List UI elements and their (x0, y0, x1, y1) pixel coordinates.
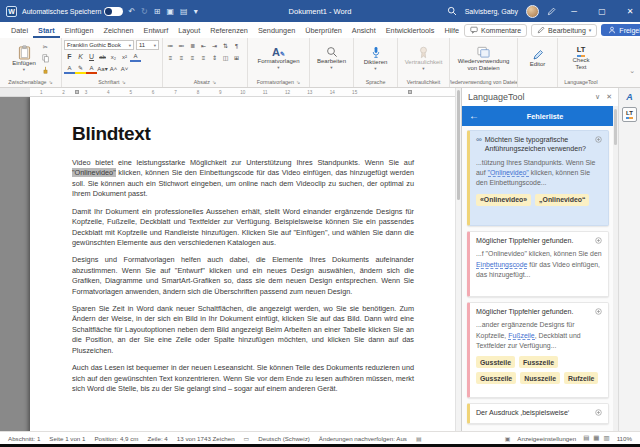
reading-position-icon[interactable]: ▤ (416, 435, 422, 442)
pilcrow-button[interactable]: ¶ (231, 40, 242, 51)
strikethrough-button[interactable]: ab (97, 51, 108, 62)
user-name[interactable]: Salvisberg, Gaby (465, 8, 518, 15)
indent-marker-right[interactable] (408, 90, 412, 94)
scrollbar-thumb[interactable] (614, 109, 617, 145)
increase-indent-button[interactable]: ⇥ (209, 40, 220, 51)
text-highlight-style-button[interactable]: A (64, 63, 75, 74)
open-icon[interactable]: ▤ (180, 7, 188, 16)
dialog-launcher-icon[interactable]: ⇘ (49, 79, 53, 85)
suggestion-chip[interactable]: «Onlinevideo» (476, 194, 531, 206)
maximize-button[interactable]: ▢ (592, 0, 612, 22)
superscript-button[interactable]: x² (119, 51, 130, 62)
tab-datei[interactable]: Datei (6, 22, 33, 38)
editor-addin-icon[interactable]: A (626, 92, 633, 102)
tab-start[interactable]: Start (33, 22, 60, 38)
status-page[interactable]: Seite 1 von 1 (49, 435, 85, 442)
tab-entwurf[interactable]: Entwurf (139, 22, 174, 38)
editing-button[interactable]: Bearbeiten ▾ (315, 46, 348, 70)
align-right-button[interactable]: ≡ (187, 52, 198, 63)
tab-hilfe[interactable]: Hilfe (439, 22, 464, 38)
undo-icon[interactable]: ↶ (128, 7, 135, 16)
suggestion-chip[interactable]: Gusszeile (476, 372, 516, 384)
shrink-font-button[interactable]: A˅ (119, 63, 130, 74)
print-layout-icon[interactable]: ▦ (593, 434, 599, 442)
suggestion-chip[interactable]: Nusszeile (520, 372, 560, 384)
text-effects-button[interactable]: A (130, 51, 141, 62)
share-button[interactable]: Freigeben ▾ (601, 24, 640, 36)
cut-button[interactable]: ✂ (40, 41, 51, 52)
paste-button[interactable]: Einfügen ▾ (10, 45, 38, 72)
back-arrow-icon[interactable]: ← (469, 111, 479, 121)
suggestion-chip[interactable]: Rufzeile (564, 372, 598, 384)
status-chars[interactable]: 13 von 1743 Zeichen (177, 435, 235, 442)
reuse-files-button[interactable]: Wiederverwendung von Dateien (456, 46, 512, 72)
autosave-toggle[interactable] (104, 7, 123, 16)
suggestion-chip[interactable]: Fusszeile (519, 356, 558, 368)
qat-customize-icon[interactable]: ▾ (194, 7, 198, 16)
web-layout-icon[interactable]: ▥ (603, 434, 609, 442)
italic-button[interactable]: K (75, 51, 86, 62)
tab-sendungen[interactable]: Sendungen (253, 22, 300, 38)
dictate-button[interactable]: Diktieren ▾ (362, 46, 390, 71)
error-card-typo-2[interactable]: Möglicher Tippfehler gefunden. ...ander … (467, 302, 609, 398)
shading-button[interactable]: ◫ (220, 52, 231, 63)
close-button[interactable]: ✕ (620, 0, 640, 22)
collapse-ribbon-icon[interactable]: ⌄ (629, 67, 635, 75)
scrollbar-thumb[interactable] (457, 90, 460, 200)
matched-text[interactable]: "Onlinevideo" (488, 169, 529, 177)
tab-einfuegen[interactable]: Einfügen (60, 22, 99, 38)
add-to-dictionary-icon[interactable] (595, 237, 602, 244)
tab-ueberpruefen[interactable]: Überprüfen (300, 22, 347, 38)
card-options-icon[interactable] (595, 136, 602, 143)
tab-zeichnen[interactable]: Zeichnen (98, 22, 138, 38)
search-icon[interactable] (447, 6, 457, 16)
status-track-changes[interactable]: Änderungen nachverfolgen: Aus (319, 435, 407, 442)
autosave-control[interactable]: Automatisches Speichern (22, 7, 123, 16)
ink-icon[interactable] (547, 7, 556, 16)
document-page[interactable]: Blindtext Video bietet eine leistungssta… (30, 97, 455, 431)
highlight-color-button[interactable]: ✎ (75, 63, 86, 74)
status-section[interactable]: Abschnitt: 1 (8, 435, 40, 442)
save-icon[interactable]: ▣ (167, 7, 175, 16)
dialog-launcher-icon[interactable]: ⇘ (296, 79, 300, 85)
status-line[interactable]: Zeile: 4 (148, 435, 168, 442)
tab-ansicht[interactable]: Ansicht (347, 22, 381, 38)
panel-close-icon[interactable]: ✕ (606, 93, 612, 101)
macro-record-icon[interactable]: ▭ (244, 435, 250, 442)
word-app-icon[interactable]: W (6, 6, 17, 17)
editing-mode-button[interactable]: Bearbeitung ▾ (531, 24, 597, 37)
indent-marker-left[interactable] (75, 90, 79, 94)
comments-button[interactable]: Kommentare (464, 24, 527, 37)
font-color-button[interactable]: A (86, 63, 97, 74)
editor-button[interactable]: Editor (528, 49, 548, 68)
display-settings-label[interactable]: Anzeigeeinstellungen (517, 435, 576, 442)
grow-font-button[interactable]: A˄ (108, 63, 119, 74)
styles-button[interactable]: A✎ Formatvorlagen ▾ (255, 47, 301, 70)
dialog-launcher-icon[interactable]: ⇘ (122, 79, 126, 85)
add-to-dictionary-icon[interactable] (595, 308, 602, 315)
tab-entwicklertools[interactable]: Entwicklertools (381, 22, 440, 38)
sensitivity-button[interactable]: Vertraulichkeit ▾ (403, 46, 445, 71)
error-card-typographic-quotes[interactable]: ∞ Möchten Sie typografische Anführungsze… (467, 130, 609, 226)
tab-layout[interactable]: Layout (173, 22, 205, 38)
sort-button[interactable]: ⇅ (220, 40, 231, 51)
avatar[interactable] (526, 5, 539, 18)
bullets-button[interactable]: ≔ (165, 40, 176, 51)
dialog-launcher-icon[interactable]: ⇘ (212, 79, 216, 85)
read-mode-icon[interactable]: ▤ (583, 434, 589, 442)
languagetool-addin-button[interactable]: LT (622, 107, 637, 122)
font-name-select[interactable]: Franklin Gothic Book▾ (64, 40, 134, 50)
copy-button[interactable] (40, 53, 51, 64)
zoom-level[interactable]: 110% (617, 435, 632, 442)
minimize-button[interactable]: ─ (564, 0, 584, 22)
redo-icon[interactable]: ↻ (141, 7, 148, 16)
selected-text[interactable]: "Onlinevideo" (72, 168, 116, 177)
suggestion-chip[interactable]: „Onlinevideo“ (535, 194, 589, 206)
align-center-button[interactable]: ≡ (176, 52, 187, 63)
check-text-button[interactable]: LT Check Text (570, 46, 591, 70)
change-case-button[interactable]: Aa▾ (97, 63, 108, 74)
touch-mode-icon[interactable]: ⊞ (154, 7, 161, 16)
matched-text[interactable]: Einbettungscode (476, 261, 527, 269)
multilevel-list-button[interactable]: ≣ (187, 40, 198, 51)
numbering-button[interactable]: ≕ (176, 40, 187, 51)
